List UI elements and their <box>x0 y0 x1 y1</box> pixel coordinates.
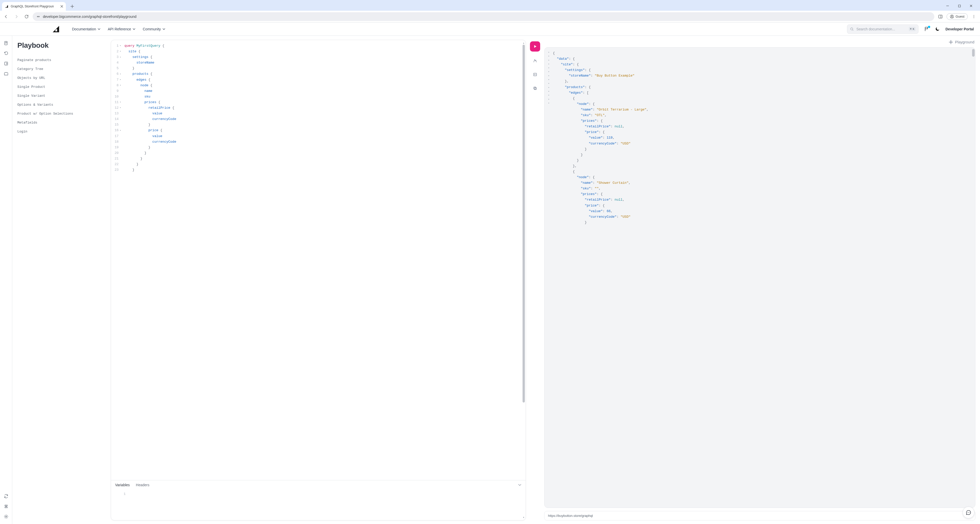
site-info-icon[interactable] <box>36 14 40 19</box>
rail-history-icon[interactable] <box>3 51 9 56</box>
window-close-button[interactable] <box>965 2 977 10</box>
playbook-item[interactable]: Product w/ Option Selections <box>18 109 104 118</box>
playbook-sidebar: Playbook Paginate products Category Tree… <box>12 36 109 524</box>
site-logo[interactable] <box>52 25 60 33</box>
rail-shortcuts-icon[interactable] <box>3 503 9 509</box>
rail-settings-icon[interactable] <box>3 514 9 519</box>
playbook-item[interactable]: Options & Variants <box>18 100 104 109</box>
query-scrollbar[interactable]: ▴ ▾ <box>523 41 525 519</box>
variables-editor[interactable]: 1 <box>111 489 526 520</box>
chevron-down-icon <box>162 27 165 31</box>
rail-playbook-icon[interactable] <box>3 71 9 76</box>
chevron-down-icon <box>132 27 135 31</box>
svg-rect-20 <box>534 87 536 90</box>
query-gutter: 1▸2▸3▸456▸7▸8▸91011▸12▸13141516▸17181920… <box>111 40 124 480</box>
variables-panel: Variables Headers 1 <box>111 480 526 520</box>
new-tab-button[interactable] <box>68 2 76 11</box>
search-shortcut: ⌘K <box>909 27 916 31</box>
playground-left-rail <box>0 36 12 524</box>
prettify-button[interactable] <box>530 56 540 65</box>
result-tab[interactable]: Playground <box>955 40 974 44</box>
profile-label: Guest <box>956 14 964 18</box>
playbook-item[interactable]: Metafields <box>18 118 104 127</box>
window-minimize-button[interactable] <box>942 2 953 10</box>
playbook-item[interactable]: Objects by URL <box>18 73 104 83</box>
nav-community[interactable]: Community <box>143 27 165 31</box>
side-panel-icon[interactable] <box>936 13 945 21</box>
nav-label: Documentation <box>72 27 96 31</box>
notification-dot <box>928 26 930 28</box>
search-placeholder: Search documentation... <box>856 27 906 31</box>
add-result-tab-button[interactable] <box>949 40 953 44</box>
result-gutter: ▸▸▸▸▸▸▸▸▸▸▸▸▸▸ <box>544 48 552 508</box>
announcements-button[interactable] <box>924 27 929 32</box>
svg-rect-21 <box>534 87 536 89</box>
chat-icon <box>966 510 971 515</box>
query-code-body[interactable]: query MyFirstQuery { site { settings { s… <box>124 40 180 480</box>
tab-title: GraphQL Storefront Playgroun <box>11 5 58 8</box>
copy-button[interactable] <box>530 84 540 93</box>
execute-button[interactable] <box>530 41 540 52</box>
site-nav: Documentation API Reference Community <box>72 27 165 31</box>
tab-variables[interactable]: Variables <box>115 483 130 487</box>
endpoint-input[interactable]: https://buybutton.store/graphql <box>544 511 975 521</box>
result-viewer[interactable]: ▸▸▸▸▸▸▸▸▸▸▸▸▸▸ { "data": { "site": { "se… <box>544 48 975 508</box>
window-maximize-button[interactable] <box>953 2 965 10</box>
playbook-item[interactable]: Login <box>18 127 104 136</box>
back-button[interactable] <box>2 13 10 21</box>
scrollbar-thumb[interactable] <box>523 44 525 403</box>
svg-point-24 <box>969 512 969 513</box>
developer-portal-link[interactable]: Developer Portal <box>945 27 974 31</box>
result-panel: ▸▸▸▸▸▸▸▸▸▸▸▸▸▸ { "data": { "site": { "se… <box>544 47 975 508</box>
svg-rect-12 <box>56 30 57 31</box>
reload-button[interactable] <box>22 13 31 21</box>
chevron-down-icon <box>97 27 100 31</box>
browser-tab[interactable]: GraphQL Storefront Playgroun <box>2 2 66 11</box>
result-code-body: { "data": { "site": { "settings": { "sto… <box>552 48 652 508</box>
play-icon <box>533 44 537 49</box>
playbook-item[interactable]: Single Product <box>18 83 104 91</box>
playbook-item[interactable]: Category Tree <box>18 65 104 73</box>
site-header: Documentation API Reference Community Se… <box>0 22 980 36</box>
svg-rect-2 <box>958 5 960 7</box>
nav-label: Community <box>143 27 161 31</box>
svg-point-10 <box>974 17 974 18</box>
result-scrollbar-thumb[interactable] <box>972 49 975 57</box>
playbook-item[interactable]: Single Variant <box>18 91 104 100</box>
svg-point-7 <box>951 15 953 16</box>
rail-explorer-icon[interactable] <box>3 61 9 67</box>
svg-rect-5 <box>939 15 942 18</box>
editor-tools <box>530 40 541 521</box>
chevron-down-icon[interactable] <box>518 483 522 487</box>
svg-point-8 <box>974 15 974 16</box>
profile-chip[interactable]: Guest <box>947 13 968 20</box>
scroll-up-icon[interactable]: ▴ <box>523 41 524 44</box>
theme-toggle[interactable] <box>935 27 940 32</box>
sidebar-title: Playbook <box>18 41 104 49</box>
tab-headers[interactable]: Headers <box>136 483 150 487</box>
browser-tabstrip: GraphQL Storefront Playgroun <box>0 0 980 11</box>
svg-point-16 <box>5 516 6 518</box>
browser-menu-icon[interactable] <box>970 13 978 21</box>
forward-button[interactable] <box>12 13 21 21</box>
query-editor[interactable]: 1▸2▸3▸456▸7▸8▸91011▸12▸13141516▸17181920… <box>111 40 526 480</box>
url-bar[interactable]: developer.bigcommerce.com/graphql-storef… <box>33 12 934 21</box>
svg-marker-17 <box>534 45 536 48</box>
rail-refetch-icon[interactable] <box>3 493 9 499</box>
search-input[interactable]: Search documentation... ⌘K <box>847 24 918 34</box>
scroll-down-icon[interactable]: ▾ <box>523 516 524 519</box>
playbook-item[interactable]: Paginate products <box>18 56 104 65</box>
merge-button[interactable] <box>530 70 540 79</box>
guest-icon <box>950 14 954 19</box>
rail-docs-icon[interactable] <box>3 40 9 46</box>
nav-documentation[interactable]: Documentation <box>72 27 100 31</box>
svg-point-22 <box>967 512 968 513</box>
tab-close-icon[interactable] <box>60 5 63 8</box>
tab-favicon <box>5 4 9 8</box>
nav-api-reference[interactable]: API Reference <box>108 27 135 31</box>
chat-fab[interactable] <box>963 507 974 518</box>
moon-icon <box>935 27 940 32</box>
query-editor-panel: 1▸2▸3▸456▸7▸8▸91011▸12▸13141516▸17181920… <box>111 40 526 521</box>
result-tabs: Playground <box>544 40 975 44</box>
search-icon <box>850 27 854 31</box>
